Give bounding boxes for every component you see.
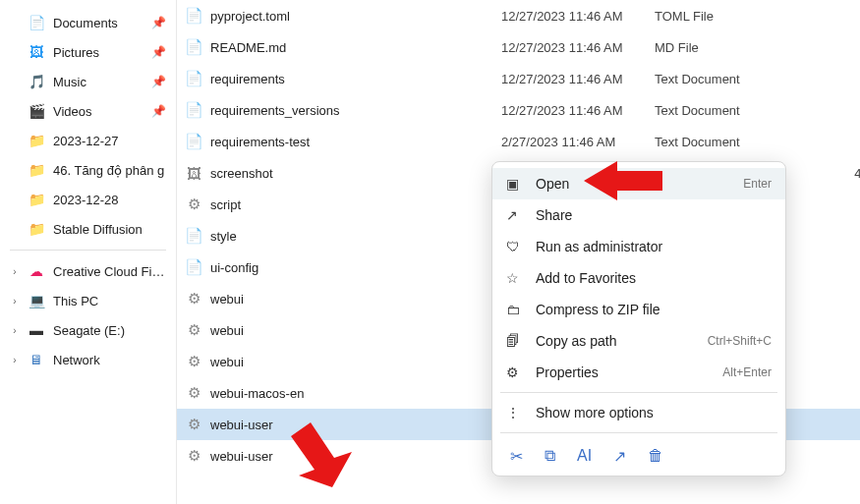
this-pc-icon: 💻 <box>28 292 45 309</box>
sidebar-item-label: 2023-12-28 <box>53 193 166 207</box>
music-icon: 🎵 <box>28 73 45 90</box>
context-menu-label: Run as administrator <box>536 239 772 254</box>
context-menu-show-more[interactable]: ⋮ Show more options <box>492 397 785 428</box>
pictures-icon: 🖼 <box>28 43 45 61</box>
file-type: Text Document <box>655 72 812 86</box>
chevron-right-icon: › <box>10 296 20 307</box>
file-size: 23 KB <box>818 229 860 244</box>
file-row[interactable]: 📄requirements_versions12/27/2023 11:46 A… <box>177 94 860 126</box>
context-menu-icon: ▣ <box>506 176 524 192</box>
file-size: 1 KB <box>818 449 860 464</box>
file-icon: 📄 <box>183 256 204 278</box>
context-menu-item[interactable]: ☆Add to Favorites <box>492 262 785 294</box>
file-name: style <box>210 229 495 244</box>
file-name: webui-user <box>210 449 495 464</box>
context-menu-icon: ☆ <box>506 270 524 286</box>
context-menu-item[interactable]: 🗐Copy as pathCtrl+Shift+C <box>492 325 785 357</box>
file-icon: 📄 <box>183 225 204 247</box>
context-menu-shortcut: Ctrl+Shift+C <box>708 334 772 348</box>
sidebar-item-label: Videos <box>53 104 143 119</box>
folder-icon: 📁 <box>28 132 45 149</box>
sidebar-divider <box>10 250 166 251</box>
file-row[interactable]: 📄README.md12/27/2023 11:46 AMMD File12 K… <box>177 31 860 63</box>
creative-cloud-icon: ☁ <box>28 262 45 280</box>
sidebar-item-label: Music <box>53 75 143 89</box>
documents-icon: 📄 <box>28 14 45 31</box>
file-icon: 📄 <box>183 5 204 27</box>
sidebar-item-folder[interactable]: 📁 Stable Diffusion <box>0 214 176 244</box>
sidebar-item-label: This PC <box>53 294 166 308</box>
context-menu-label: Share <box>536 207 772 223</box>
file-row[interactable]: 📄pyproject.toml12/27/2023 11:46 AMTOML F… <box>177 0 860 31</box>
file-size: 1 KB <box>818 418 860 432</box>
sidebar-item-folder[interactable]: 📁 2023-12-27 <box>0 126 176 155</box>
context-menu-item[interactable]: 🛡Run as administrator <box>492 231 785 262</box>
annotation-arrow-open <box>584 155 662 206</box>
sidebar-item-videos[interactable]: 🎬 Videos 📌 <box>0 96 176 126</box>
file-size: 9 KB <box>818 355 860 369</box>
context-menu-icon: ↗ <box>506 207 524 223</box>
context-menu-shortcut: Enter <box>743 177 772 191</box>
folder-icon: 📁 <box>28 191 45 208</box>
sidebar-item-drive[interactable]: › ▬ Seagate (E:) <box>0 315 176 345</box>
file-name: requirements-test <box>210 135 495 149</box>
file-size: 1 KB <box>818 9 860 24</box>
file-icon: ⚙ <box>183 288 204 309</box>
file-date: 12/27/2023 11:46 AM <box>501 103 649 118</box>
context-menu-divider <box>500 432 777 433</box>
copy-icon[interactable]: ⧉ <box>545 447 555 466</box>
chevron-right-icon: › <box>10 355 20 365</box>
file-name: requirements_versions <box>210 103 495 118</box>
file-name: webui-macos-en <box>210 386 495 401</box>
context-menu-item[interactable]: 🗀Compress to ZIP file <box>492 294 785 325</box>
chevron-right-icon: › <box>10 325 20 336</box>
sidebar-item-label: Seagate (E:) <box>53 323 166 338</box>
file-icon: 📄 <box>183 36 204 58</box>
file-date: 2/27/2023 11:46 AM <box>501 135 649 149</box>
context-menu-divider <box>500 392 777 393</box>
file-icon: ⚙ <box>183 414 204 435</box>
context-menu-icon: 🗐 <box>506 333 524 349</box>
show-more-icon: ⋮ <box>506 405 524 420</box>
context-menu-label: Add to Favorites <box>536 270 772 286</box>
cut-icon[interactable]: ✂ <box>510 447 523 466</box>
file-size: 12 KB <box>818 40 860 55</box>
sidebar-item-creative-cloud[interactable]: › ☁ Creative Cloud Files <box>0 256 176 286</box>
drive-icon: ▬ <box>28 321 45 339</box>
file-name: pyproject.toml <box>210 9 495 24</box>
sidebar-item-this-pc[interactable]: › 💻 This PC <box>0 286 176 315</box>
file-name: webui <box>210 292 495 307</box>
sidebar-item-folder[interactable]: 📁 46. Tăng độ phân g <box>0 155 176 185</box>
share-icon[interactable]: ↗ <box>613 447 626 466</box>
delete-icon[interactable]: 🗑 <box>648 447 663 466</box>
pin-icon: 📌 <box>151 75 166 88</box>
videos-icon: 🎬 <box>28 102 45 120</box>
file-icon: 📄 <box>183 131 204 152</box>
sidebar-item-documents[interactable]: 📄 Documents 📌 <box>0 8 176 37</box>
file-size: 411 KB <box>818 166 860 181</box>
sidebar-item-folder[interactable]: 📁 2023-12-28 <box>0 185 176 214</box>
sidebar-item-music[interactable]: 🎵 Music 📌 <box>0 67 176 96</box>
rename-icon[interactable]: AI <box>577 447 592 466</box>
file-row[interactable]: 📄requirements-test2/27/2023 11:46 AMText… <box>177 126 860 157</box>
annotation-arrow-file <box>263 422 352 487</box>
context-menu-icon: 🛡 <box>506 239 524 254</box>
sidebar-item-pictures[interactable]: 🖼 Pictures 📌 <box>0 37 176 67</box>
navigation-sidebar: 📄 Documents 📌 🖼 Pictures 📌 🎵 Music 📌 🎬 V… <box>0 0 177 504</box>
file-icon: ⚙ <box>183 319 204 341</box>
file-name: screenshot <box>210 166 495 181</box>
file-row[interactable]: 📄requirements12/27/2023 11:46 AMText Doc… <box>177 63 860 94</box>
file-name: requirements <box>210 72 495 86</box>
file-type: TOML File <box>655 9 812 24</box>
sidebar-item-label: Documents <box>53 16 143 30</box>
svg-marker-1 <box>291 422 352 487</box>
sidebar-item-label: Creative Cloud Files <box>53 264 166 279</box>
sidebar-item-label: Stable Diffusion <box>53 222 166 237</box>
file-size: 1 KB <box>818 72 860 86</box>
context-menu-item[interactable]: ⚙PropertiesAlt+Enter <box>492 357 785 388</box>
sidebar-item-network[interactable]: › 🖥 Network <box>0 345 176 374</box>
network-icon: 🖥 <box>28 351 45 368</box>
file-size: 6 KB <box>818 323 860 338</box>
pin-icon: 📌 <box>151 16 166 29</box>
file-icon: ⚙ <box>183 382 204 404</box>
